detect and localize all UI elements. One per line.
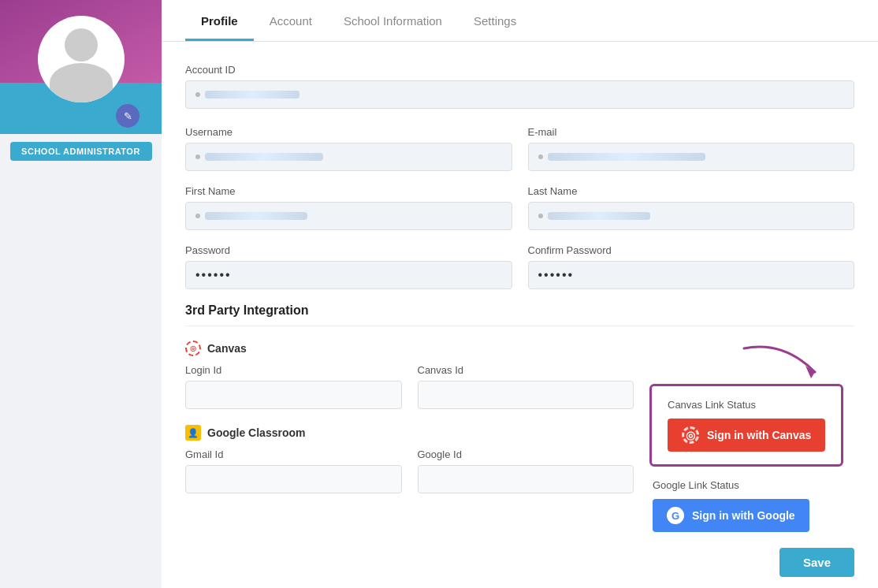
avatar-container: ✎ bbox=[0, 0, 162, 134]
google-link-status-box: Google Link Status G Sign in with Google bbox=[649, 479, 809, 532]
account-id-section: Account ID bbox=[185, 64, 854, 109]
account-id-field[interactable] bbox=[185, 80, 854, 109]
arrow-svg bbox=[736, 341, 831, 384]
blur-dot-2 bbox=[195, 154, 200, 159]
google-classroom-icon: 👤 bbox=[185, 425, 201, 441]
password-row: Password •••••• Confirm Password •••••• bbox=[185, 244, 854, 289]
integration-title: 3rd Party Integration bbox=[185, 303, 854, 326]
confirm-password-dots: •••••• bbox=[538, 268, 575, 282]
first-name-group: First Name bbox=[185, 185, 512, 230]
tab-profile[interactable]: Profile bbox=[185, 0, 254, 41]
confirm-password-field[interactable]: •••••• bbox=[528, 261, 855, 289]
name-row: First Name Last Name bbox=[185, 185, 854, 230]
google-header: 👤 Google Classroom bbox=[185, 425, 634, 441]
canvas-icon: ◎ bbox=[185, 341, 201, 356]
role-badge: SCHOOL ADMINISTRATOR bbox=[10, 142, 152, 161]
canvas-block: ◎ Canvas Login Id Canvas Id bbox=[185, 341, 634, 409]
username-email-row: Username E-mail bbox=[185, 126, 854, 171]
canvas-label: Canvas bbox=[207, 342, 247, 355]
tab-school-information[interactable]: School Information bbox=[328, 0, 458, 41]
blur-bar-3 bbox=[548, 153, 705, 161]
google-link-status-label: Google Link Status bbox=[653, 479, 809, 491]
canvas-login-id-label: Login Id bbox=[185, 364, 402, 376]
google-label: Google Classroom bbox=[207, 426, 305, 439]
gmail-id-input[interactable] bbox=[185, 465, 402, 493]
blur-bar bbox=[205, 91, 299, 99]
canvas-spinner-icon: ◎ bbox=[682, 426, 699, 444]
avatar-person bbox=[38, 16, 125, 102]
confirm-password-label: Confirm Password bbox=[528, 244, 855, 256]
tab-settings[interactable]: Settings bbox=[458, 0, 532, 41]
canvas-header: ◎ Canvas bbox=[185, 341, 634, 356]
email-label: E-mail bbox=[528, 126, 855, 138]
username-group: Username bbox=[185, 126, 512, 171]
edit-avatar-button[interactable]: ✎ bbox=[116, 104, 140, 128]
canvas-id-label: Canvas Id bbox=[418, 364, 634, 376]
blur-dot bbox=[195, 92, 200, 97]
save-row: Save bbox=[185, 548, 854, 577]
first-name-label: First Name bbox=[185, 185, 512, 197]
last-name-group: Last Name bbox=[528, 185, 855, 230]
username-label: Username bbox=[185, 126, 512, 138]
canvas-id-input[interactable] bbox=[418, 381, 634, 409]
email-field[interactable] bbox=[528, 143, 855, 171]
integration-left: ◎ Canvas Login Id Canvas Id bbox=[185, 341, 634, 509]
sign-in-google-label: Sign in with Google bbox=[692, 509, 795, 522]
google-id-group: Google Id bbox=[418, 448, 634, 493]
google-block: 👤 Google Classroom Gmail Id Google Id bbox=[185, 425, 634, 493]
avatar bbox=[38, 16, 125, 102]
save-button[interactable]: Save bbox=[779, 548, 854, 577]
canvas-fields-row: Login Id Canvas Id bbox=[185, 364, 634, 409]
google-id-label: Google Id bbox=[418, 448, 634, 460]
blur-bar-5 bbox=[548, 212, 650, 220]
pencil-icon: ✎ bbox=[124, 110, 132, 122]
tab-account[interactable]: Account bbox=[254, 0, 328, 41]
gmail-id-group: Gmail Id bbox=[185, 448, 402, 493]
tabs: Profile Account School Information Setti… bbox=[162, 0, 878, 42]
blur-dot-4 bbox=[195, 214, 200, 218]
confirm-password-group: Confirm Password •••••• bbox=[528, 244, 855, 289]
blur-bar-2 bbox=[205, 153, 323, 161]
canvas-link-status-box: Canvas Link Status ◎ Sign in with Canvas bbox=[649, 384, 843, 467]
blur-bar-4 bbox=[205, 212, 307, 220]
sign-in-canvas-label: Sign in with Canvas bbox=[707, 429, 811, 441]
google-id-input[interactable] bbox=[418, 465, 634, 493]
password-label: Password bbox=[185, 244, 512, 256]
sidebar: ✎ SCHOOL ADMINISTRATOR bbox=[0, 0, 162, 588]
arrow-area bbox=[649, 341, 854, 384]
canvas-id-group: Canvas Id bbox=[418, 364, 634, 409]
content-area: Account ID Username E-mail bbox=[162, 42, 878, 588]
password-field[interactable]: •••••• bbox=[185, 261, 512, 289]
sign-in-google-button[interactable]: G Sign in with Google bbox=[653, 499, 809, 532]
blur-dot-3 bbox=[538, 154, 543, 159]
canvas-link-status-label: Canvas Link Status bbox=[668, 399, 825, 411]
integration-right: Canvas Link Status ◎ Sign in with Canvas… bbox=[649, 341, 854, 532]
account-id-label: Account ID bbox=[185, 64, 854, 76]
blur-dot-5 bbox=[538, 214, 543, 218]
canvas-login-id-group: Login Id bbox=[185, 364, 402, 409]
google-g-icon: G bbox=[667, 507, 684, 524]
canvas-login-id-input[interactable] bbox=[185, 381, 402, 409]
first-name-field[interactable] bbox=[185, 202, 512, 230]
integration-area: ◎ Canvas Login Id Canvas Id bbox=[185, 341, 854, 532]
password-group: Password •••••• bbox=[185, 244, 512, 289]
avatar-head bbox=[65, 28, 98, 61]
password-dots: •••••• bbox=[195, 268, 232, 282]
last-name-label: Last Name bbox=[528, 185, 855, 197]
main-content: Profile Account School Information Setti… bbox=[162, 0, 878, 588]
email-group: E-mail bbox=[528, 126, 855, 171]
gmail-id-label: Gmail Id bbox=[185, 448, 402, 460]
last-name-field[interactable] bbox=[528, 202, 855, 230]
google-fields-row: Gmail Id Google Id bbox=[185, 448, 634, 493]
username-field[interactable] bbox=[185, 143, 512, 171]
sign-in-canvas-button[interactable]: ◎ Sign in with Canvas bbox=[668, 419, 825, 452]
